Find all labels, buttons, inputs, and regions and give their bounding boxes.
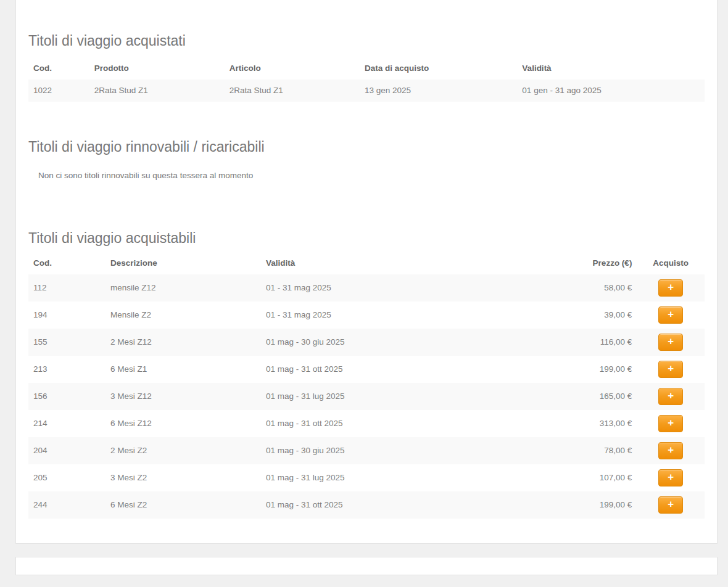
table-cell-prezzo: 165,00 € — [573, 383, 637, 410]
table-cell-prezzo: 116,00 € — [573, 329, 637, 356]
table-cell-cod: 213 — [28, 356, 105, 383]
column-header-data-acquisto: Data di acquisto — [360, 57, 517, 80]
column-header-acquisto: Acquisto — [637, 252, 705, 274]
table-cell-descrizione: 2 Mesi Z12 — [105, 329, 261, 356]
buy-button[interactable]: + — [658, 415, 683, 432]
table-cell: 2Rata Stud Z1 — [89, 80, 225, 102]
table-cell-validita: 01 mag - 31 ott 2025 — [261, 356, 573, 383]
purchasable-table: Cod. Descrizione Validità Prezzo (€) Acq… — [28, 252, 705, 519]
table-row: 194Mensile Z201 - 31 mag 202539,00 €+ — [28, 302, 705, 329]
table-row: 1552 Mesi Z1201 mag - 30 giu 2025116,00 … — [28, 329, 705, 356]
buy-button[interactable]: + — [658, 388, 683, 405]
column-header-prezzo: Prezzo (€) — [573, 252, 637, 274]
buy-button[interactable]: + — [658, 496, 683, 514]
table-cell-prezzo: 39,00 € — [573, 302, 637, 329]
plus-icon: + — [668, 307, 674, 322]
table-cell: 1022 — [28, 80, 89, 102]
section-title-purchased: Titoli di viaggio acquistati — [28, 33, 705, 49]
table-cell-descrizione: 6 Mesi Z12 — [105, 410, 261, 437]
table-cell-prezzo: 58,00 € — [573, 274, 637, 302]
footer-bar — [15, 557, 718, 575]
table-cell-prezzo: 313,00 € — [573, 410, 637, 437]
table-cell-validita: 01 mag - 30 giu 2025 — [261, 437, 573, 464]
purchased-table-header-row: Cod. Prodotto Articolo Data di acquisto … — [28, 57, 705, 80]
column-header-cod: Cod. — [28, 57, 89, 80]
table-cell-cod: 156 — [28, 383, 105, 410]
plus-icon: + — [668, 334, 674, 349]
table-cell-acquisto: + — [637, 491, 705, 519]
table-cell-acquisto: + — [637, 410, 705, 437]
table-cell-cod: 205 — [28, 464, 105, 491]
column-header-validita: Validità — [517, 57, 705, 80]
purchasable-table-header-row: Cod. Descrizione Validità Prezzo (€) Acq… — [28, 252, 705, 274]
table-cell-prezzo: 199,00 € — [573, 356, 637, 383]
table-cell-cod: 214 — [28, 410, 105, 437]
table-cell-acquisto: + — [637, 464, 705, 491]
column-header-prodotto: Prodotto — [89, 57, 225, 80]
table-cell-acquisto: + — [637, 302, 705, 329]
plus-icon: + — [668, 416, 674, 430]
table-cell-acquisto: + — [637, 329, 705, 356]
table-row: 112mensile Z1201 - 31 mag 202558,00 €+ — [28, 274, 705, 302]
section-title-purchasable: Titoli di viaggio acquistabili — [28, 230, 705, 246]
buy-button[interactable]: + — [658, 279, 683, 297]
table-cell-validita: 01 - 31 mag 2025 — [261, 274, 573, 302]
buy-button[interactable]: + — [658, 442, 683, 459]
table-row: 1563 Mesi Z1201 mag - 31 lug 2025165,00 … — [28, 383, 705, 410]
table-cell-prezzo: 78,00 € — [573, 437, 637, 464]
buy-button[interactable]: + — [658, 361, 683, 378]
table-cell-descrizione: 3 Mesi Z2 — [105, 464, 261, 491]
table-cell-validita: 01 mag - 31 ott 2025 — [261, 410, 573, 437]
purchasable-table-body: 112mensile Z1201 - 31 mag 202558,00 €+19… — [28, 274, 705, 519]
table-cell-validita: 01 - 31 mag 2025 — [261, 302, 573, 329]
purchased-table-body: 10222Rata Stud Z12Rata Stud Z113 gen 202… — [28, 80, 705, 102]
column-header-validita: Validità — [261, 252, 573, 274]
table-cell-cod: 244 — [28, 491, 105, 519]
table-cell-descrizione: 6 Mesi Z2 — [105, 491, 261, 519]
table-row: 10222Rata Stud Z12Rata Stud Z113 gen 202… — [28, 80, 705, 102]
table-cell-cod: 194 — [28, 302, 105, 329]
table-cell-descrizione: 3 Mesi Z12 — [105, 383, 261, 410]
plus-icon: + — [668, 443, 674, 458]
table-cell-cod: 155 — [28, 329, 105, 356]
table-cell-acquisto: + — [637, 356, 705, 383]
table-cell: 01 gen - 31 ago 2025 — [517, 80, 705, 102]
column-header-cod: Cod. — [28, 252, 105, 274]
column-header-articolo: Articolo — [225, 57, 360, 80]
table-row: 2053 Mesi Z201 mag - 31 lug 2025107,00 €… — [28, 464, 705, 491]
plus-icon: + — [668, 470, 674, 485]
plus-icon: + — [668, 361, 674, 376]
table-cell: 2Rata Stud Z1 — [225, 80, 360, 102]
buy-button[interactable]: + — [658, 334, 683, 351]
table-cell-descrizione: 2 Mesi Z2 — [105, 437, 261, 464]
table-cell-cod: 112 — [28, 274, 105, 302]
table-cell-validita: 01 mag - 31 lug 2025 — [261, 464, 573, 491]
buy-button[interactable]: + — [658, 306, 683, 324]
table-cell-acquisto: + — [637, 437, 705, 464]
renewable-empty-message: Non ci sono titoli rinnovabili su questa… — [28, 170, 705, 182]
table-cell: 13 gen 2025 — [360, 80, 517, 102]
table-cell-descrizione: Mensile Z2 — [105, 302, 261, 329]
table-cell-acquisto: + — [637, 383, 705, 410]
table-cell-validita: 01 mag - 30 giu 2025 — [261, 329, 573, 356]
table-row: 2042 Mesi Z201 mag - 30 giu 202578,00 €+ — [28, 437, 705, 464]
plus-icon: + — [668, 497, 674, 512]
table-row: 2146 Mesi Z1201 mag - 31 ott 2025313,00 … — [28, 410, 705, 437]
table-cell-prezzo: 107,00 € — [573, 464, 637, 491]
plus-icon: + — [668, 388, 674, 403]
content-card: Titoli di viaggio acquistati Cod. Prodot… — [15, 0, 718, 544]
table-cell-cod: 204 — [28, 437, 105, 464]
table-row: 2446 Mesi Z201 mag - 31 ott 2025199,00 €… — [28, 491, 705, 519]
table-cell-prezzo: 199,00 € — [573, 491, 637, 519]
column-header-descrizione: Descrizione — [105, 252, 261, 274]
table-cell-descrizione: mensile Z12 — [105, 274, 261, 302]
table-row: 2136 Mesi Z101 mag - 31 ott 2025199,00 €… — [28, 356, 705, 383]
table-cell-validita: 01 mag - 31 lug 2025 — [261, 383, 573, 410]
plus-icon: + — [668, 280, 674, 295]
table-cell-descrizione: 6 Mesi Z1 — [105, 356, 261, 383]
buy-button[interactable]: + — [658, 469, 683, 486]
section-title-renewable: Titoli di viaggio rinnovabili / ricarica… — [28, 139, 705, 155]
table-cell-acquisto: + — [637, 274, 705, 302]
purchased-table: Cod. Prodotto Articolo Data di acquisto … — [28, 57, 705, 102]
table-cell-validita: 01 mag - 31 ott 2025 — [261, 491, 573, 519]
